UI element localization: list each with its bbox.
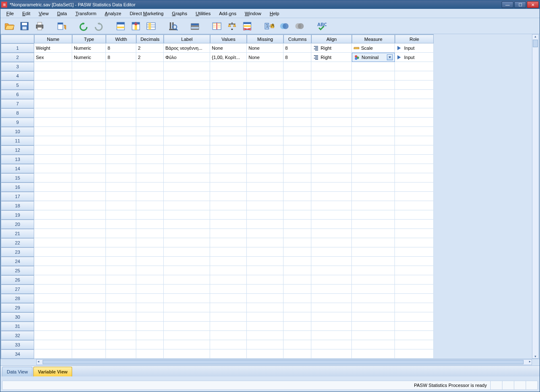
empty-cell[interactable] [136,257,164,266]
find-icon[interactable] [167,20,179,32]
empty-cell[interactable] [352,99,395,108]
empty-cell[interactable] [247,257,284,266]
empty-cell[interactable] [34,136,72,145]
empty-cell[interactable] [34,145,72,155]
empty-cell[interactable] [136,99,164,108]
empty-cell[interactable] [34,238,72,247]
empty-cell[interactable] [395,257,434,266]
row-number[interactable]: 4 [0,71,34,81]
empty-cell[interactable] [247,275,284,285]
menu-data[interactable]: Data [53,10,71,17]
empty-cell[interactable] [311,127,352,136]
empty-cell[interactable] [136,90,164,99]
empty-cell[interactable] [106,294,136,303]
empty-cell[interactable] [164,266,210,275]
empty-cell[interactable] [210,266,247,275]
empty-cell[interactable] [72,220,106,229]
empty-cell[interactable] [311,294,352,303]
empty-cell[interactable] [284,155,311,164]
empty-cell[interactable] [164,331,210,340]
empty-cell[interactable] [210,108,247,118]
empty-cell[interactable] [106,322,136,331]
empty-cell[interactable] [106,238,136,247]
split-file-icon[interactable] [211,20,223,32]
empty-cell[interactable] [395,183,434,192]
empty-cell[interactable] [247,99,284,108]
empty-cell[interactable] [395,127,434,136]
empty-cell[interactable] [395,247,434,257]
empty-cell[interactable] [72,331,106,340]
empty-cell[interactable] [34,183,72,192]
empty-cell[interactable] [210,62,247,71]
column-header-label[interactable]: Label [164,34,210,43]
empty-cell[interactable] [106,81,136,90]
empty-cell[interactable] [34,192,72,201]
row-number[interactable]: 24 [0,257,34,266]
empty-cell[interactable] [34,322,72,331]
empty-cell[interactable] [210,201,247,210]
empty-cell[interactable] [164,192,210,201]
empty-cell[interactable] [164,275,210,285]
empty-cell[interactable] [136,192,164,201]
empty-cell[interactable] [247,183,284,192]
empty-cell[interactable] [284,285,311,294]
empty-cell[interactable] [247,62,284,71]
empty-cell[interactable] [72,192,106,201]
empty-cell[interactable] [311,108,352,118]
row-number[interactable]: 28 [0,294,34,303]
cell-values[interactable]: {1,00, Κορίτ... [210,53,247,62]
empty-cell[interactable] [395,173,434,183]
empty-cell[interactable] [210,71,247,81]
insert-cases-icon[interactable] [189,20,201,32]
empty-cell[interactable] [106,136,136,145]
empty-cell[interactable] [106,285,136,294]
empty-cell[interactable] [136,322,164,331]
row-number[interactable]: 13 [0,155,34,164]
empty-cell[interactable] [247,145,284,155]
cell-decimals[interactable]: 2 [136,43,164,53]
empty-cell[interactable] [34,99,72,108]
empty-cell[interactable] [106,118,136,127]
empty-cell[interactable] [247,303,284,312]
row-number[interactable]: 1 [0,43,34,53]
empty-cell[interactable] [311,303,352,312]
empty-cell[interactable] [284,118,311,127]
row-number[interactable]: 3 [0,62,34,71]
empty-cell[interactable] [284,164,311,173]
empty-cell[interactable] [395,220,434,229]
empty-cell[interactable] [352,62,395,71]
empty-cell[interactable] [284,303,311,312]
empty-cell[interactable] [352,81,395,90]
empty-cell[interactable] [284,294,311,303]
empty-cell[interactable] [72,340,106,349]
empty-cell[interactable] [106,349,136,359]
menu-window[interactable]: Window [240,10,265,17]
empty-cell[interactable] [352,275,395,285]
row-number[interactable]: 26 [0,275,34,285]
row-number[interactable]: 16 [0,183,34,192]
empty-cell[interactable] [284,192,311,201]
empty-cell[interactable] [311,331,352,340]
empty-cell[interactable] [311,71,352,81]
column-header-align[interactable]: Align [311,34,352,43]
empty-cell[interactable] [210,303,247,312]
empty-cell[interactable] [352,266,395,275]
show-all-icon[interactable] [293,20,306,32]
empty-cell[interactable] [311,192,352,201]
empty-cell[interactable] [311,201,352,210]
empty-cell[interactable] [395,210,434,220]
empty-cell[interactable] [395,99,434,108]
empty-cell[interactable] [72,257,106,266]
empty-cell[interactable] [106,247,136,257]
empty-cell[interactable] [395,71,434,81]
row-number[interactable]: 34 [0,349,34,359]
empty-cell[interactable] [136,220,164,229]
empty-cell[interactable] [284,127,311,136]
empty-cell[interactable] [106,275,136,285]
empty-cell[interactable] [210,257,247,266]
empty-cell[interactable] [72,136,106,145]
empty-cell[interactable] [311,275,352,285]
empty-cell[interactable] [106,183,136,192]
empty-cell[interactable] [34,312,72,322]
row-number[interactable]: 8 [0,108,34,118]
